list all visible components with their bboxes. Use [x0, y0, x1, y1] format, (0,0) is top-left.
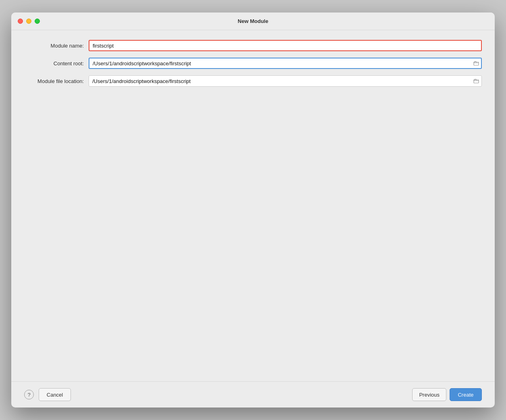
- previous-button[interactable]: Previous: [412, 388, 446, 401]
- create-button[interactable]: Create: [450, 388, 482, 401]
- module-name-row: Module name:: [24, 40, 482, 51]
- module-file-input-wrapper: [89, 75, 482, 87]
- module-file-browse-button[interactable]: [472, 77, 480, 85]
- content-root-browse-button[interactable]: [472, 59, 480, 67]
- footer-left: ? Cancel: [24, 388, 71, 401]
- window-controls: [18, 19, 40, 24]
- content-root-row: Content root:: [24, 58, 482, 69]
- footer-right: Previous Create: [412, 388, 482, 401]
- dialog-body: Module name: Content root: Modu: [11, 30, 495, 381]
- module-name-input[interactable]: [89, 40, 482, 51]
- svg-rect-1: [474, 80, 479, 83]
- module-name-label: Module name:: [24, 43, 89, 49]
- new-module-dialog: New Module Module name: Content root:: [11, 12, 495, 408]
- module-file-row: Module file location:: [24, 75, 482, 87]
- content-root-label: Content root:: [24, 60, 89, 67]
- cancel-button[interactable]: Cancel: [39, 388, 71, 401]
- dialog-footer: ? Cancel Previous Create: [11, 381, 495, 408]
- maximize-button[interactable]: [35, 19, 40, 24]
- module-file-input[interactable]: [89, 75, 482, 87]
- module-file-label: Module file location:: [24, 78, 89, 84]
- content-root-input-wrapper: [89, 58, 482, 69]
- help-button[interactable]: ?: [24, 390, 34, 399]
- svg-rect-0: [474, 62, 479, 65]
- content-root-input[interactable]: [89, 58, 482, 69]
- minimize-button[interactable]: [26, 19, 31, 24]
- close-button[interactable]: [18, 19, 23, 24]
- module-name-input-wrapper: [89, 40, 482, 51]
- dialog-title: New Module: [238, 18, 268, 24]
- titlebar: New Module: [11, 12, 495, 30]
